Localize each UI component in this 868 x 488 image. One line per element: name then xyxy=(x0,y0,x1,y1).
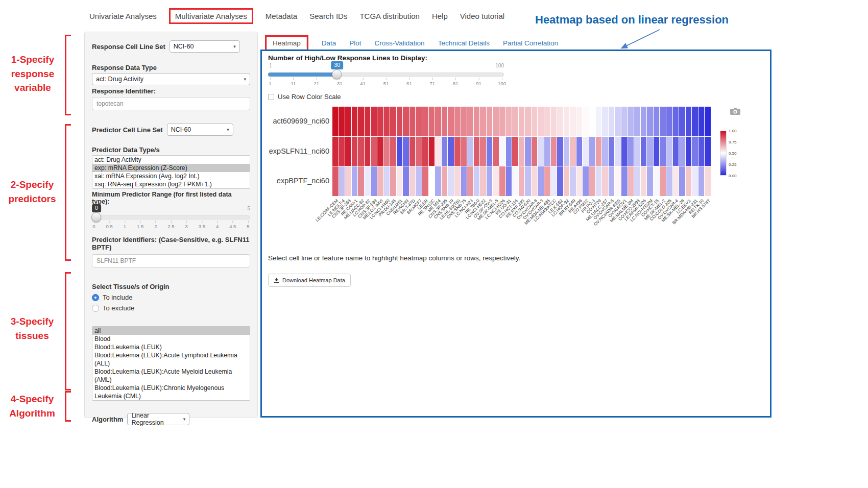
heatmap-cell[interactable] xyxy=(429,107,435,136)
heatmap-cell[interactable] xyxy=(679,166,685,196)
heatmap-cell[interactable] xyxy=(467,137,473,166)
heatmap-cell[interactable] xyxy=(519,107,525,136)
heatmap-cell[interactable] xyxy=(448,137,454,166)
heatmap-cell[interactable] xyxy=(429,137,435,166)
heatmap-cell[interactable] xyxy=(692,137,698,166)
heatmap-cell[interactable] xyxy=(403,107,409,136)
heatmap-cell[interactable] xyxy=(666,107,672,136)
heatmap-cell[interactable] xyxy=(564,137,570,166)
heatmap-cell[interactable] xyxy=(570,107,576,136)
heatmap-cell[interactable] xyxy=(660,166,666,196)
heatmap-cell[interactable] xyxy=(647,166,653,196)
heatmap-cell[interactable] xyxy=(666,166,672,196)
heatmap-cell[interactable] xyxy=(583,137,589,166)
heatmap-cell[interactable] xyxy=(332,107,339,136)
nav-item[interactable]: TCGA distribution xyxy=(359,12,420,20)
algorithm-select[interactable]: Linear Regression ▾ xyxy=(127,413,189,425)
heatmap-cell[interactable] xyxy=(544,137,550,166)
heatmap-cell[interactable] xyxy=(442,137,448,166)
row-color-scale-row[interactable]: Use Row Color Scale xyxy=(268,93,341,101)
heatmap-cell[interactable] xyxy=(641,137,647,166)
radio-to-exclude[interactable]: To exclude xyxy=(92,304,250,312)
heatmap-cell[interactable] xyxy=(371,166,377,196)
heatmap-cell[interactable] xyxy=(673,166,679,196)
nav-item[interactable]: Video tutorial xyxy=(460,12,504,20)
heatmap-cell[interactable] xyxy=(409,107,416,136)
heatmap-cell[interactable] xyxy=(474,137,480,166)
heatmap-cell[interactable] xyxy=(454,107,461,136)
heatmap-cell[interactable] xyxy=(634,107,640,136)
heatmap-cell[interactable] xyxy=(551,137,557,166)
heatmap-cell[interactable] xyxy=(499,137,505,166)
heatmap-cell[interactable] xyxy=(698,166,705,196)
list-option[interactable]: xai: mRNA Expression (Avg. log2 Int.) xyxy=(92,172,250,180)
heatmap-cell[interactable] xyxy=(371,137,377,166)
heatmap-cell[interactable] xyxy=(377,166,383,196)
tab-data[interactable]: Data xyxy=(322,39,336,47)
heatmap-cell[interactable] xyxy=(609,107,615,136)
heatmap-cell[interactable] xyxy=(589,107,595,136)
heatmap-cell[interactable] xyxy=(609,137,615,166)
predictor-data-type-list[interactable]: act: Drug Activityexp: mRNA Expression (… xyxy=(92,155,250,189)
heatmap-cell[interactable] xyxy=(352,107,358,136)
heatmap-cell[interactable] xyxy=(621,137,628,166)
heatmap-cell[interactable] xyxy=(506,166,512,196)
heatmap-cell[interactable] xyxy=(332,137,339,166)
heatmap-cell[interactable] xyxy=(519,166,525,196)
heatmap-row-label[interactable]: expSLFN11_nci60 xyxy=(264,147,329,155)
heatmap-cell[interactable] xyxy=(403,166,409,196)
heatmap-cell[interactable] xyxy=(454,166,461,196)
slider-track[interactable] xyxy=(92,215,250,219)
heatmap-cell[interactable] xyxy=(519,137,525,166)
heatmap-cell[interactable] xyxy=(654,166,660,196)
tab-cross-validation[interactable]: Cross-Validation xyxy=(375,39,425,47)
heatmap-cell[interactable] xyxy=(377,107,383,136)
nav-item[interactable]: Multivariate Analyses xyxy=(169,8,253,24)
heatmap-cell[interactable] xyxy=(339,166,345,196)
heatmap-cell[interactable] xyxy=(615,166,621,196)
nav-item[interactable]: Metadata xyxy=(266,12,298,20)
slider-handle[interactable] xyxy=(91,212,101,222)
heatmap-cell[interactable] xyxy=(384,166,390,196)
heatmap-cell[interactable] xyxy=(686,137,692,166)
heatmap-cell[interactable] xyxy=(621,107,628,136)
heatmap-cell[interactable] xyxy=(538,107,544,136)
heatmap-cell[interactable] xyxy=(480,137,486,166)
nav-item[interactable]: Search IDs xyxy=(309,12,347,20)
heatmap-cell[interactable] xyxy=(345,137,351,166)
heatmap-cell[interactable] xyxy=(461,166,467,196)
heatmap-cell[interactable] xyxy=(705,107,711,136)
heatmap-cell[interactable] xyxy=(570,137,576,166)
heatmap-cell[interactable] xyxy=(628,166,634,196)
list-option[interactable]: Blood:Leukemia (LEUK):Acute Myeloid Leuk… xyxy=(92,368,250,384)
heatmap-cell[interactable] xyxy=(384,137,390,166)
heatmap-cell[interactable] xyxy=(365,166,371,196)
heatmap-cell[interactable] xyxy=(698,107,705,136)
heatmap-cell[interactable] xyxy=(499,107,505,136)
heatmap-row-label[interactable]: expBPTF_nci60 xyxy=(264,177,329,185)
heatmap-cell[interactable] xyxy=(390,166,396,196)
response-cell-line-select[interactable]: NCI-60 ▾ xyxy=(170,40,240,53)
heatmap-cell[interactable] xyxy=(499,166,505,196)
heatmap-cell[interactable] xyxy=(692,107,698,136)
heatmap-cell[interactable] xyxy=(339,107,345,136)
heatmap-cell[interactable] xyxy=(698,137,705,166)
heatmap-cell[interactable] xyxy=(692,166,698,196)
heatmap-cell[interactable] xyxy=(557,166,563,196)
heatmap-cell[interactable] xyxy=(358,107,364,136)
heatmap-cell[interactable] xyxy=(679,107,685,136)
heatmap-cell[interactable] xyxy=(506,137,512,166)
heatmap-cell[interactable] xyxy=(538,137,544,166)
heatmap-cell[interactable] xyxy=(705,137,711,166)
heatmap-cell[interactable] xyxy=(416,166,422,196)
heatmap-cell[interactable] xyxy=(634,166,640,196)
heatmap-cell[interactable] xyxy=(365,137,371,166)
heatmap-cell[interactable] xyxy=(532,137,538,166)
heatmap-cell[interactable] xyxy=(583,107,589,136)
heatmap-cell[interactable] xyxy=(602,137,608,166)
list-option[interactable]: all xyxy=(92,327,250,335)
heatmap-cell[interactable] xyxy=(615,107,621,136)
heatmap-cell[interactable] xyxy=(390,107,396,136)
heatmap-cell[interactable] xyxy=(358,166,364,196)
heatmap-cell[interactable] xyxy=(487,107,493,136)
